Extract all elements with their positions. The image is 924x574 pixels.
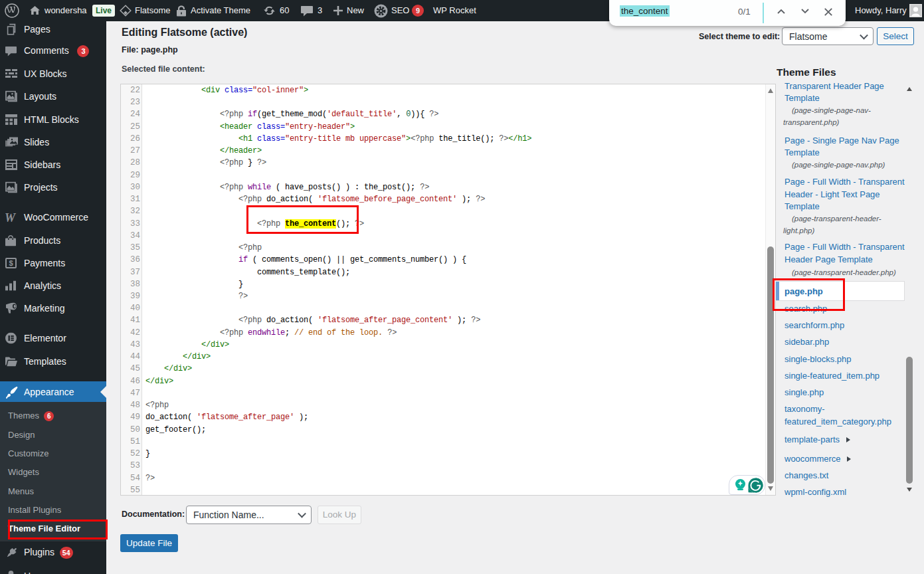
- svg-text:$: $: [9, 259, 13, 267]
- svg-text:W: W: [5, 212, 17, 223]
